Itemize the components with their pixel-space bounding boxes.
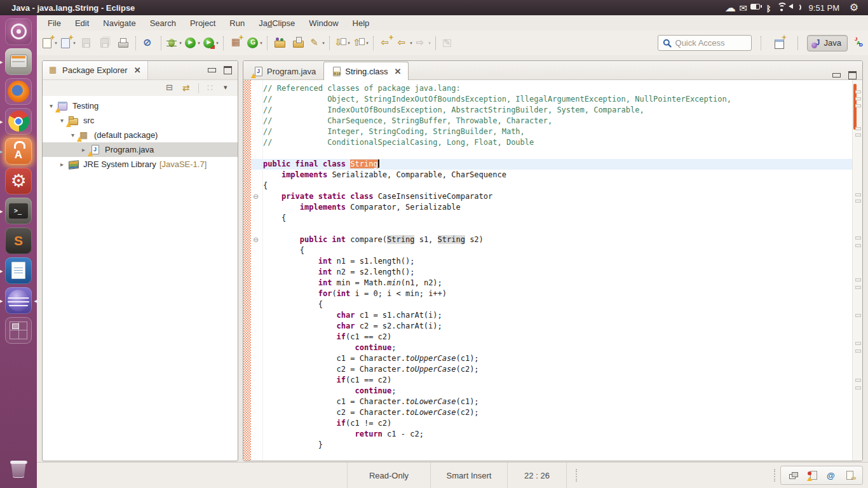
launcher-sublime-text[interactable]	[0, 226, 37, 255]
new-java-project-dropdown-icon[interactable]: ▾	[73, 41, 76, 46]
code-line[interactable]: if(c1 != c2)	[263, 418, 853, 429]
code-line[interactable]: char c2 = s2.charAt(i);	[263, 321, 853, 332]
launcher-chrome[interactable]: ▸	[0, 106, 37, 136]
menu-edit[interactable]: Edit	[68, 15, 96, 30]
problems-status-icon[interactable]	[807, 470, 817, 480]
volume-icon[interactable]	[788, 1, 801, 11]
code-line[interactable]: c2 = Character.toLowerCase(c2);	[263, 407, 853, 418]
minimize-editor-icon[interactable]	[832, 73, 841, 78]
launcher-libreoffice-writer[interactable]: ▸	[0, 255, 37, 285]
code-line[interactable]	[263, 224, 853, 234]
new-java-class-dropdown-icon[interactable]: ▾	[260, 41, 262, 46]
annotation-marker[interactable]	[855, 244, 861, 247]
minimize-view-icon[interactable]	[208, 68, 216, 72]
annotation-marker[interactable]	[855, 97, 861, 100]
code-line[interactable]: public int compare(String s1, String s2)	[263, 234, 853, 245]
new-dropdown-icon[interactable]: ▾	[55, 41, 57, 46]
previous-annotation-dropdown-icon[interactable]: ▾	[366, 41, 369, 46]
back-button[interactable]: ▾	[395, 34, 414, 51]
code-line[interactable]: char c1 = s1.charAt(i);	[263, 310, 853, 321]
annotation-marker[interactable]	[855, 127, 861, 130]
cloud-icon[interactable]	[724, 3, 737, 13]
menu-navigate[interactable]: Navigate	[96, 15, 142, 30]
code-line[interactable]: c2 = Character.toUpperCase(c2);	[263, 364, 853, 375]
link-with-editor-icon[interactable]	[182, 83, 192, 93]
annotation-marker[interactable]	[855, 200, 861, 203]
code-line[interactable]: continue;	[263, 342, 853, 353]
annotation-marker[interactable]	[855, 90, 861, 93]
menu-window[interactable]: Window	[302, 15, 345, 30]
code-line[interactable]: // ConditionalSpecialCasing, Long, Float…	[263, 137, 853, 148]
tree-item-src[interactable]: ▾src	[43, 113, 238, 128]
skip-all-breakpoints-button[interactable]	[139, 34, 158, 51]
menu-search[interactable]: Search	[143, 15, 183, 30]
launcher-trash[interactable]	[0, 454, 37, 484]
java-perspective-button[interactable]: Java	[807, 35, 848, 51]
open-perspective-button[interactable]	[770, 34, 789, 51]
annotation-marker[interactable]	[855, 286, 861, 289]
overview-ruler[interactable]	[852, 80, 862, 461]
new-java-project-button[interactable]: ▾	[58, 34, 77, 51]
view-menu-icon[interactable]	[222, 83, 232, 93]
tree-item-testing[interactable]: ▾Testing	[43, 98, 238, 113]
launcher-ubuntu-software-center[interactable]: ▸	[0, 136, 37, 166]
twistie-icon[interactable]: ▸	[79, 146, 88, 153]
twistie-icon[interactable]: ▸	[57, 161, 67, 168]
code-line[interactable]: return c1 - c2;	[263, 429, 853, 440]
search-button[interactable]: ▾	[308, 34, 326, 51]
annotation-marker[interactable]	[855, 342, 861, 345]
run-button[interactable]: ▾	[183, 34, 201, 51]
search-dropdown-icon[interactable]: ▾	[322, 41, 325, 46]
new-java-class-button[interactable]: ▾	[245, 34, 264, 51]
back-dropdown-icon[interactable]: ▾	[410, 41, 412, 46]
annotation-marker[interactable]	[855, 278, 861, 281]
tree-item-jre-system-library[interactable]: ▸JRE System Library[JavaSE-1.7]	[43, 157, 238, 172]
menu-run[interactable]: Run	[222, 15, 252, 30]
code-line[interactable]: int n1 = s1.length();	[263, 256, 853, 267]
code-line[interactable]: implements Comparator, Serializable	[263, 202, 853, 213]
code-line[interactable]: if(c1 == c2)	[263, 332, 853, 342]
fold-collapse-icon[interactable]: ⊖	[253, 236, 259, 243]
previous-annotation-button[interactable]: ▾	[351, 34, 370, 51]
maximize-editor-icon[interactable]	[848, 71, 857, 79]
code-line[interactable]: private static class CaseInsensitiveComp…	[263, 191, 853, 202]
restore-windows-icon[interactable]	[788, 470, 798, 480]
code-line[interactable]: {	[263, 213, 853, 224]
open-type-button[interactable]	[271, 34, 289, 51]
last-edit-location-button[interactable]	[377, 34, 395, 51]
quick-access-input[interactable]: Quick Access	[658, 35, 752, 51]
launcher-files[interactable]: ▸	[0, 46, 37, 76]
annotations-icon[interactable]	[826, 470, 836, 480]
debug-dropdown-icon[interactable]: ▾	[179, 41, 182, 46]
mail-icon[interactable]	[737, 3, 750, 13]
code-line[interactable]: for(int i = 0; i < min; i++)	[263, 288, 853, 299]
run-external-button[interactable]: ▾	[201, 34, 220, 51]
battery-icon[interactable]	[750, 1, 763, 11]
annotation-marker[interactable]	[855, 314, 861, 317]
bluetooth-icon[interactable]	[763, 4, 775, 14]
code-line[interactable]: {	[263, 299, 853, 310]
insert-mode-status[interactable]: Smart Insert	[430, 463, 507, 488]
menu-file[interactable]: File	[41, 15, 68, 30]
editor-tab-program-java[interactable]: Program.java	[245, 63, 323, 79]
launcher-system-settings[interactable]	[0, 166, 37, 196]
run-dropdown-icon[interactable]: ▾	[198, 41, 200, 46]
annotation-marker[interactable]	[855, 133, 861, 137]
fold-collapse-icon[interactable]: ⊖	[253, 193, 259, 200]
code-line[interactable]: // Integer, StringCoding, StringBuilder,…	[263, 126, 853, 137]
code-line[interactable]: implements Serializable, Comparable, Cha…	[263, 170, 853, 180]
code-line[interactable]: // Referenced classes of package java.la…	[263, 83, 853, 94]
code-line[interactable]: {	[263, 245, 853, 256]
print-button[interactable]	[114, 34, 132, 51]
run-external-dropdown-icon[interactable]: ▾	[216, 41, 219, 46]
goto-file-icon[interactable]	[845, 470, 855, 480]
code-line[interactable]	[263, 148, 853, 159]
annotation-marker[interactable]	[855, 349, 861, 353]
code-line[interactable]: // Object, StringIndexOutOfBoundsExcepti…	[263, 94, 853, 105]
code-line[interactable]: // CharSequence, StringBuffer, Throwable…	[263, 116, 853, 126]
clock[interactable]: 9:51 PM	[809, 3, 839, 13]
code-line[interactable]: c1 = Character.toUpperCase(c1);	[263, 353, 853, 364]
code-line[interactable]: continue;	[263, 386, 853, 396]
annotation-marker[interactable]	[855, 236, 861, 240]
twistie-icon[interactable]: ▾	[57, 117, 67, 124]
